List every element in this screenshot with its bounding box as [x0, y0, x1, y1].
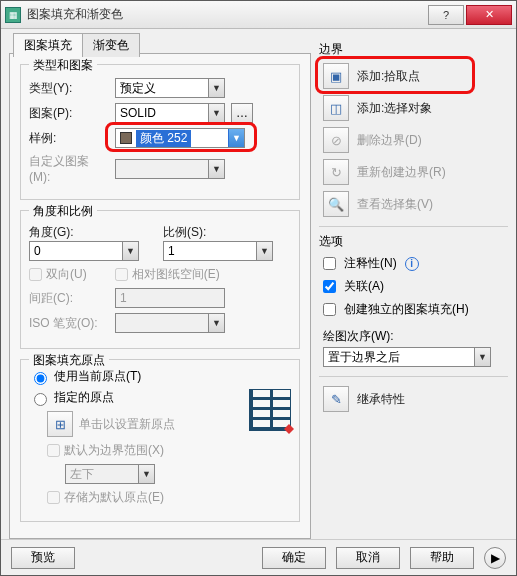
label-type: 类型(Y): [29, 80, 109, 97]
chevron-down-icon: ▼ [208, 79, 224, 97]
group-angle-scale: 角度和比例 角度(G): 0▼ 比例(S): 1▼ 双向(U) [20, 210, 300, 349]
preview-button[interactable]: 预览 [11, 547, 75, 569]
combo-origin-position: 左下▼ [65, 464, 155, 484]
combo-color-value: 颜色 252 [136, 130, 191, 147]
label-recreate-boundary: 重新创建边界(R) [357, 164, 446, 181]
label-angle: 角度(G): [29, 224, 109, 241]
chevron-down-icon: ▼ [228, 129, 244, 147]
chevron-down-icon: ▼ [474, 348, 490, 366]
combo-draw-order[interactable]: 置于边界之后▼ [323, 347, 491, 367]
section-options-title: 选项 [319, 233, 508, 250]
label-pattern: 图案(P): [29, 105, 109, 122]
right-pane: 边界 ▣ 添加:拾取点 ◫ 添加:选择对象 ⊘ 删除边界(D) ↻ 重新创建边界… [319, 29, 508, 539]
label-draw-order: 绘图次序(W): [323, 328, 508, 345]
tab-hatch[interactable]: 图案填充 [13, 33, 83, 57]
legend-type-pattern: 类型和图案 [29, 57, 97, 74]
view-selection-icon: 🔍 [323, 191, 349, 217]
check-associative[interactable]: 关联(A) [319, 275, 508, 298]
scale-value: 1 [168, 244, 175, 258]
radio-specified-origin[interactable]: 指定的原点 [29, 389, 243, 406]
label-pick-points: 添加:拾取点 [357, 68, 420, 85]
row-recreate-boundary: ↻ 重新创建边界(R) [319, 156, 508, 188]
chevron-down-icon: ▼ [122, 242, 138, 260]
combo-pattern[interactable]: SOLID ▼ [115, 103, 225, 123]
section-boundary-title: 边界 [319, 41, 508, 58]
chevron-down-icon: ▼ [208, 160, 224, 178]
combo-iso-pen: ▼ [115, 313, 225, 333]
tab-page: 类型和图案 类型(Y): 预定义 ▼ 图案(P): SOLID ▼ [9, 53, 311, 539]
label-scale: 比例(S): [163, 224, 243, 241]
legend-origin: 图案填充原点 [29, 352, 109, 369]
group-origin: 图案填充原点 使用当前原点(T) 指定的原点 ⊞ 单击以设置新原点 默认为边界范… [20, 359, 300, 522]
window-title: 图案填充和渐变色 [27, 6, 426, 23]
row-view-selection: 🔍 查看选择集(V) [319, 188, 508, 220]
check-store-default-origin: 存储为默认原点(E) [47, 489, 243, 506]
expand-button[interactable]: ▶ [484, 547, 506, 569]
pick-points-icon: ▣ [323, 63, 349, 89]
combo-color[interactable]: 颜色 252 ▼ [115, 128, 245, 148]
chevron-down-icon: ▼ [138, 465, 154, 483]
footer: 预览 确定 取消 帮助 ▶ [1, 539, 516, 575]
inherit-icon: ✎ [323, 386, 349, 412]
label-sample: 样例: [29, 130, 109, 147]
label-select-objects: 添加:选择对象 [357, 100, 432, 117]
label-custom-pattern: 自定义图案(M): [29, 153, 109, 184]
label-inherit: 继承特性 [357, 391, 405, 408]
check-annotative[interactable]: 注释性(N) i [319, 252, 508, 275]
tab-gradient[interactable]: 渐变色 [82, 33, 140, 57]
combo-angle[interactable]: 0▼ [29, 241, 139, 261]
remove-boundary-icon: ⊘ [323, 127, 349, 153]
angle-value: 0 [34, 244, 41, 258]
group-type-pattern: 类型和图案 类型(Y): 预定义 ▼ 图案(P): SOLID ▼ [20, 64, 300, 200]
check-relative-paper: 相对图纸空间(E) [115, 266, 220, 283]
row-inherit-props[interactable]: ✎ 继承特性 [319, 383, 508, 415]
cancel-button[interactable]: 取消 [336, 547, 400, 569]
label-iso-pen: ISO 笔宽(O): [29, 315, 109, 332]
row-remove-boundary: ⊘ 删除边界(D) [319, 124, 508, 156]
combo-pattern-value: SOLID [120, 106, 156, 120]
dialog-window: ▦ 图案填充和渐变色 ? ✕ 图案填充 渐变色 类型和图案 类型(Y): 预定义 [0, 0, 517, 576]
check-default-boundary: 默认为边界范围(X) [47, 442, 243, 459]
combo-custom-pattern: ▼ [115, 159, 225, 179]
combo-scale[interactable]: 1▼ [163, 241, 273, 261]
row-select-objects[interactable]: ◫ 添加:选择对象 [319, 92, 508, 124]
help-button[interactable]: ? [428, 5, 464, 25]
titlebar: ▦ 图案填充和渐变色 ? ✕ [1, 1, 516, 29]
label-view-selection: 查看选择集(V) [357, 196, 433, 213]
combo-type[interactable]: 预定义 ▼ [115, 78, 225, 98]
input-spacing: 1 [115, 288, 225, 308]
pick-origin-button: ⊞ [47, 411, 73, 437]
info-icon[interactable]: i [405, 257, 419, 271]
close-button[interactable]: ✕ [466, 5, 512, 25]
label-click-new-origin: 单击以设置新原点 [79, 416, 175, 433]
chevron-down-icon: ▼ [208, 314, 224, 332]
draw-order-value: 置于边界之后 [328, 349, 400, 366]
chevron-down-icon: ▼ [208, 104, 224, 122]
pattern-browse-button[interactable]: … [231, 103, 253, 123]
app-icon: ▦ [5, 7, 21, 23]
check-bidirectional: 双向(U) [29, 266, 87, 283]
chevron-down-icon: ▼ [256, 242, 272, 260]
left-pane: 图案填充 渐变色 类型和图案 类型(Y): 预定义 ▼ 图案(P): [9, 29, 311, 539]
recreate-boundary-icon: ↻ [323, 159, 349, 185]
check-independent-hatch[interactable]: 创建独立的图案填充(H) [319, 298, 508, 321]
hatch-preview-icon [249, 389, 291, 431]
label-spacing: 间距(C): [29, 290, 109, 307]
combo-type-value: 预定义 [120, 80, 156, 97]
ok-button[interactable]: 确定 [262, 547, 326, 569]
radio-use-current-origin[interactable]: 使用当前原点(T) [29, 368, 291, 385]
help-button-footer[interactable]: 帮助 [410, 547, 474, 569]
row-pick-points[interactable]: ▣ 添加:拾取点 [319, 60, 508, 92]
legend-angle-scale: 角度和比例 [29, 203, 97, 220]
select-objects-icon: ◫ [323, 95, 349, 121]
label-remove-boundary: 删除边界(D) [357, 132, 422, 149]
color-swatch [120, 132, 132, 144]
